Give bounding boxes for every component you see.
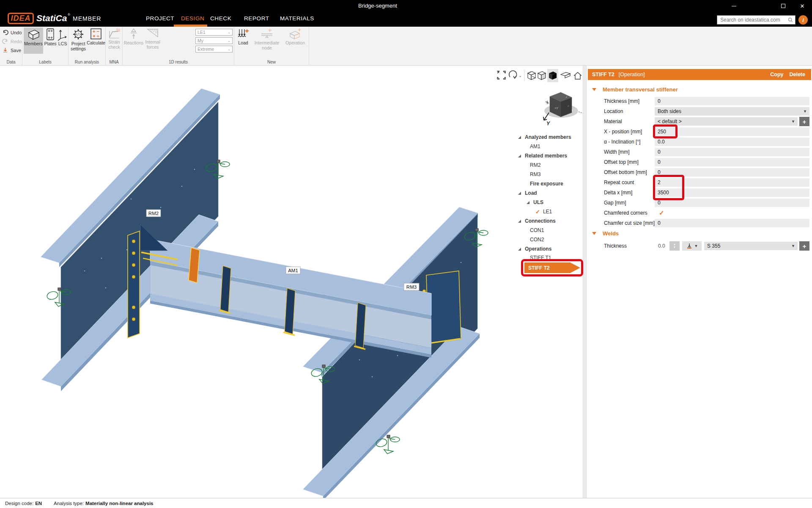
tree-item-operations[interactable]: Operations (518, 245, 582, 253)
tree-item-connections[interactable]: Connections (518, 217, 582, 225)
delete-button[interactable]: Delete (789, 72, 805, 77)
copy-button[interactable]: Copy (770, 72, 783, 77)
chamfer-cut-size-field[interactable]: 0 (655, 219, 809, 227)
svg-text:RM3: RM3 (406, 284, 417, 290)
girder-rm3[interactable] (303, 207, 480, 498)
plates-button[interactable]: Plates (44, 28, 57, 54)
weld-type-dropdown[interactable]: ▼ (682, 241, 702, 251)
redo-button[interactable]: Redo (2, 38, 22, 44)
hidden-line-cube-icon[interactable] (538, 72, 546, 80)
tab-design[interactable]: DESIGN (181, 15, 204, 22)
search-box[interactable] (717, 15, 796, 25)
gap-field[interactable]: 0 (655, 199, 809, 207)
tree-item-fire-exposure[interactable]: Fire exposure (518, 179, 582, 188)
ribbon-group-run-analysis: </> Project settings + − × ÷ Calculate R… (69, 27, 106, 65)
svg-text:AM1: AM1 (288, 268, 298, 273)
chevron-down-icon: ⌄ (228, 30, 230, 34)
thickness-field[interactable]: 0 (655, 97, 809, 105)
home-view-icon[interactable] (574, 72, 581, 79)
offset-top-field[interactable]: 0 (655, 158, 809, 166)
load-button[interactable]: Load (235, 28, 251, 54)
x-position-field[interactable]: 250 (655, 127, 809, 136)
location-dropdown[interactable]: Both sides▼ (655, 107, 809, 116)
add-weld-button[interactable]: + (799, 241, 809, 251)
strain-check-button[interactable]: % Strain check (107, 28, 122, 57)
wireframe-cube-icon[interactable] (528, 72, 535, 80)
chevron-down-icon: ▼ (791, 119, 795, 124)
section-member-transversal-stiffener[interactable]: Member transversal stiffener (592, 86, 678, 93)
operation-icon (288, 28, 302, 40)
load-case-dropdown[interactable]: LE1⌄ (195, 29, 233, 36)
intermediate-node-button[interactable]: Intermediate node (251, 28, 283, 57)
width-field[interactable]: 0 (655, 148, 809, 156)
maximize-button[interactable] (775, 0, 792, 11)
component-dropdown[interactable]: My⌄ (195, 37, 233, 44)
section-view-icon[interactable] (561, 72, 570, 78)
tab-check[interactable]: CHECK (210, 15, 231, 22)
window-title: Bridge-segment (358, 3, 397, 9)
row-offset-top: Offset top [mm] 0 (604, 157, 809, 168)
material-dropdown[interactable]: < default >▼ (655, 117, 798, 126)
extreme-dropdown[interactable]: Extreme⌄ (195, 46, 233, 52)
row-thickness: Thickness [mm] 0 (604, 97, 809, 107)
close-button[interactable]: ✕ (794, 0, 811, 11)
save-button[interactable]: Save (2, 47, 21, 53)
maximize-icon (781, 4, 785, 8)
minimize-button[interactable] (725, 0, 742, 11)
tree-item-rm2[interactable]: RM2 (518, 161, 582, 169)
tree-item-related-members[interactable]: Related members (518, 152, 582, 160)
weld-thickness-spinner[interactable]: ▲▼ (669, 241, 680, 251)
app-window: Bridge-segment ✕ IDEA StatiCa ® MEMBER P… (0, 0, 812, 508)
tab-report[interactable]: REPORT (244, 15, 269, 22)
statica-logo: StatiCa (36, 13, 67, 23)
reactions-button[interactable]: Reactions (124, 28, 143, 54)
tree-item-am1[interactable]: AM1 (518, 142, 582, 151)
label-rm3[interactable]: RM3 (404, 283, 419, 290)
design-code-value: EN (35, 501, 42, 506)
undo-button[interactable]: Undo (2, 29, 22, 36)
search-input[interactable] (717, 17, 787, 23)
section-welds[interactable]: Welds (592, 230, 619, 237)
internal-forces-button[interactable]: Internal forces (143, 28, 162, 57)
ribbon-group-label-data: Data (0, 60, 22, 64)
ribbon: Undo Redo Save Data Members (0, 27, 812, 66)
members-icon (26, 28, 41, 41)
tree-item-con1[interactable]: CON1 (518, 226, 582, 235)
tree-item-rm3[interactable]: RM3 (518, 170, 582, 179)
tree-item-load[interactable]: Load (518, 189, 582, 197)
navigation-cube[interactable]: +Y z x Y (540, 85, 587, 129)
tab-materials[interactable]: MATERIALS (280, 15, 314, 22)
operation-button[interactable]: Operation (283, 28, 308, 54)
weld-thickness-value[interactable]: 0.0 (658, 243, 665, 249)
project-settings-button[interactable]: </> Project settings (69, 28, 87, 57)
fit-view-icon[interactable] (497, 71, 505, 79)
idea-logo: IDEA (8, 13, 34, 24)
inclination-field[interactable]: 0.0 (655, 138, 809, 146)
tree-item-con2[interactable]: CON2 (518, 235, 582, 244)
orbit-icon[interactable] (509, 71, 517, 78)
add-material-button[interactable]: + (799, 117, 809, 126)
weld-material-dropdown[interactable]: S 355▼ (704, 242, 798, 250)
label-rm2[interactable]: RM2 (146, 210, 161, 217)
delta-x-field[interactable]: 3500 (655, 188, 809, 197)
tree-item-analyzed-members[interactable]: Analyzed members (518, 133, 582, 141)
operation-title: STIFF T2 (592, 72, 614, 77)
repeat-count-field[interactable]: 2 (655, 178, 809, 187)
viewport-panel-divider[interactable] (583, 66, 587, 498)
orbit-dropdown-chevron[interactable]: ⌄ (518, 73, 522, 78)
check-icon: ✓ (535, 209, 540, 215)
tree-item-uls[interactable]: ULS (518, 198, 582, 207)
label-am1[interactable]: AM1 (286, 267, 300, 274)
svg-text:RM2: RM2 (148, 211, 159, 216)
info-button[interactable]: i (798, 15, 808, 25)
lcs-button[interactable]: LCS (57, 28, 68, 54)
tree-item-le1[interactable]: ✓LE1 (518, 207, 582, 216)
tree-item-stiff-t2-selected[interactable]: STIFF T2 (524, 262, 580, 273)
ribbon-group-label-run: Run analysis (69, 60, 105, 64)
members-button[interactable]: Members (24, 28, 43, 54)
tree-item-stiff-t1[interactable]: STIFF T1 (518, 254, 582, 262)
tab-project[interactable]: PROJECT (146, 15, 174, 22)
chamfered-corners-checkbox[interactable]: ✓ (659, 209, 664, 217)
offset-bottom-field[interactable]: 0 (655, 168, 809, 177)
calculate-button[interactable]: + − × ÷ Calculate (87, 28, 105, 54)
